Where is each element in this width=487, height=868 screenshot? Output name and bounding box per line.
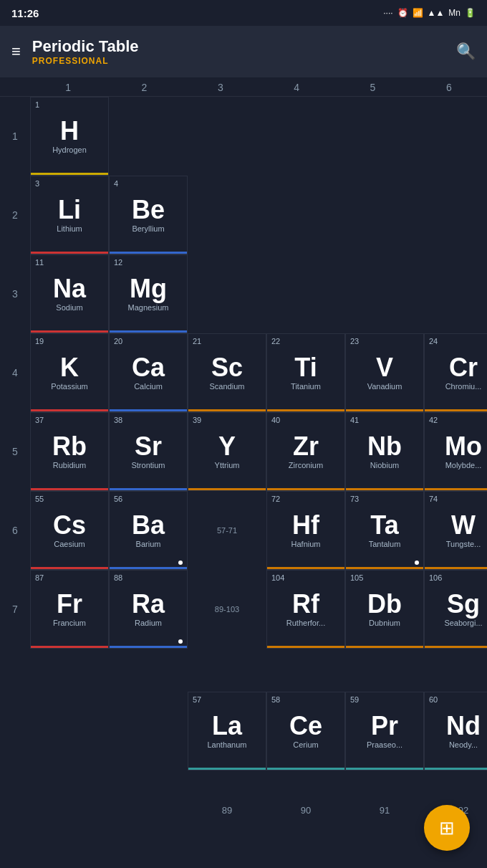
underline-H <box>31 173 108 175</box>
element-Na[interactable]: 11 Na Sodium <box>30 254 109 333</box>
underline-Sc <box>188 409 266 411</box>
element-Ta[interactable]: 73 Ta Tantalum <box>345 491 424 570</box>
element-Nd-partial[interactable]: 60 Nd Neody... <box>424 692 487 771</box>
name-H: Hydrogen <box>52 146 87 154</box>
name-Sc: Scandium <box>210 382 245 391</box>
periodic-row-4: 4 19 K Potassium 20 Ca Calcium 21 Sc Sca… <box>0 333 487 412</box>
element-Mo[interactable]: 42 Mo Molybde... <box>424 412 487 491</box>
name-Pr: Praaseo... <box>367 740 402 749</box>
element-Ce[interactable]: 58 Ce Cerium <box>266 692 345 771</box>
underline-Y <box>188 488 266 490</box>
periodic-row-6: 6 55 Cs Caesium 56 Ba Barium 57-71 72 Hf… <box>0 491 487 570</box>
fab-grid-button[interactable]: ⊞ <box>424 805 470 851</box>
element-Ca[interactable]: 20 Ca Calcium <box>109 333 188 412</box>
name-W: Tungste... <box>446 540 481 548</box>
periodic-row-1: 1 1 H Hydrogen <box>0 97 487 176</box>
underline-Cs <box>31 567 108 569</box>
actinide-num-90: 90 <box>266 805 345 816</box>
underline-Na <box>31 330 108 333</box>
atomic-num-W: 74 <box>429 495 438 503</box>
underline-Ta <box>346 567 423 569</box>
element-Db[interactable]: 105 Db Dubnium <box>345 570 424 649</box>
element-Hf[interactable]: 72 Hf Hafnium <box>266 491 345 570</box>
atomic-num-Sc: 21 <box>193 337 201 345</box>
element-V[interactable]: 23 V Vanadium <box>345 333 424 412</box>
spacer-row <box>0 649 487 692</box>
underline-Li <box>31 252 108 254</box>
gap-row1-col6 <box>424 97 487 176</box>
atomic-num-Nd: 60 <box>429 695 438 704</box>
signal-icon: ▲▲ <box>428 8 445 18</box>
element-Fr[interactable]: 87 Fr Francium <box>30 570 109 649</box>
status-time: 11:26 <box>11 7 39 19</box>
underline-Mg <box>110 330 187 333</box>
name-Sg: Seaborgi... <box>444 619 482 627</box>
atomic-num-Li: 3 <box>35 179 39 188</box>
lanthanide-row-label <box>0 692 30 771</box>
element-K[interactable]: 19 K Potassium <box>30 333 109 412</box>
menu-icon[interactable]: ≡ <box>11 42 21 61</box>
symbol-Mo: Mo <box>445 434 482 459</box>
symbol-Nb: Nb <box>367 434 402 459</box>
element-Y[interactable]: 39 Y Yttrium <box>188 412 266 491</box>
element-Ra[interactable]: 88 Ra Radium <box>109 570 188 649</box>
element-Sc[interactable]: 21 Sc Scandium <box>188 333 266 412</box>
name-Rf: Rutherfor... <box>286 619 325 627</box>
name-Ti: Titanium <box>291 382 321 391</box>
element-Mg[interactable]: 12 Mg Magnesium <box>109 254 188 333</box>
network-icon: Mn <box>448 8 461 18</box>
col-header-6: 6 <box>411 82 487 93</box>
underline-Nb <box>346 488 423 490</box>
atomic-num-Sr: 38 <box>114 416 122 424</box>
element-Cr[interactable]: 24 Cr Chromiu... <box>424 333 487 412</box>
element-Ba[interactable]: 56 Ba Barium <box>109 491 188 570</box>
symbol-Zr: Zr <box>293 434 319 459</box>
underline-K <box>31 409 108 411</box>
element-Rf[interactable]: 104 Rf Rutherfor... <box>266 570 345 649</box>
underline-Zr <box>267 488 344 490</box>
element-Be[interactable]: 4 Be Beryllium <box>109 176 188 254</box>
element-Ti[interactable]: 22 Ti Titanium <box>266 333 345 412</box>
signal-dots-icon: ···· <box>383 8 392 18</box>
name-Na: Sodium <box>56 303 82 312</box>
element-Sg[interactable]: 106 Sg Seaborgi... <box>424 570 487 649</box>
name-Mg: Magnesium <box>128 303 169 312</box>
element-W[interactable]: 74 W Tungste... <box>424 491 487 570</box>
name-Ba: Barium <box>136 540 161 548</box>
name-Nb: Niobium <box>370 461 399 469</box>
symbol-Ba: Ba <box>132 512 165 538</box>
actinide-range-label: 89-103 <box>188 570 266 649</box>
name-Fr: Francium <box>53 619 86 627</box>
actinide-num-91: 91 <box>345 805 424 816</box>
underline-Sr <box>110 488 187 490</box>
element-Li[interactable]: 3 Li Lithium <box>30 176 109 254</box>
col-header-2: 2 <box>106 82 182 93</box>
element-Cs[interactable]: 55 Cs Caesium <box>30 491 109 570</box>
column-headers: 1 2 3 4 5 6 <box>0 77 487 97</box>
element-Rb[interactable]: 37 Rb Rubidium <box>30 412 109 491</box>
symbol-Rf: Rf <box>292 591 319 617</box>
dot-Ra <box>178 639 183 644</box>
element-La[interactable]: 57 La Lanthanum <box>188 692 266 771</box>
element-Zr[interactable]: 40 Zr Zirconium <box>266 412 345 491</box>
element-Pr[interactable]: 59 Pr Praaseo... <box>345 692 424 771</box>
atomic-num-V: 23 <box>350 337 359 345</box>
gap-row2-col5 <box>345 176 424 254</box>
periodic-table: 1 2 3 4 5 6 1 1 H Hydrogen 2 3 Li Lithiu… <box>0 77 487 849</box>
element-H[interactable]: 1 H Hydrogen <box>30 97 109 176</box>
symbol-W: W <box>451 512 476 538</box>
name-Cs: Caesium <box>54 540 85 548</box>
search-icon[interactable]: 🔍 <box>456 42 476 61</box>
atomic-num-Be: 4 <box>114 179 118 188</box>
atomic-num-Ba: 56 <box>114 495 122 503</box>
symbol-Cs: Cs <box>53 512 86 538</box>
atomic-num-Ti: 22 <box>271 337 280 345</box>
element-Nb[interactable]: 41 Nb Niobium <box>345 412 424 491</box>
row-label-4: 4 <box>0 333 30 412</box>
atomic-num-Ra: 88 <box>114 573 122 582</box>
actinide-gap1 <box>30 771 109 849</box>
gap-row3-col6 <box>424 254 487 333</box>
element-Sr[interactable]: 38 Sr Strontium <box>109 412 188 491</box>
gap-row3-col5 <box>345 254 424 333</box>
dot-Ta <box>415 561 419 565</box>
